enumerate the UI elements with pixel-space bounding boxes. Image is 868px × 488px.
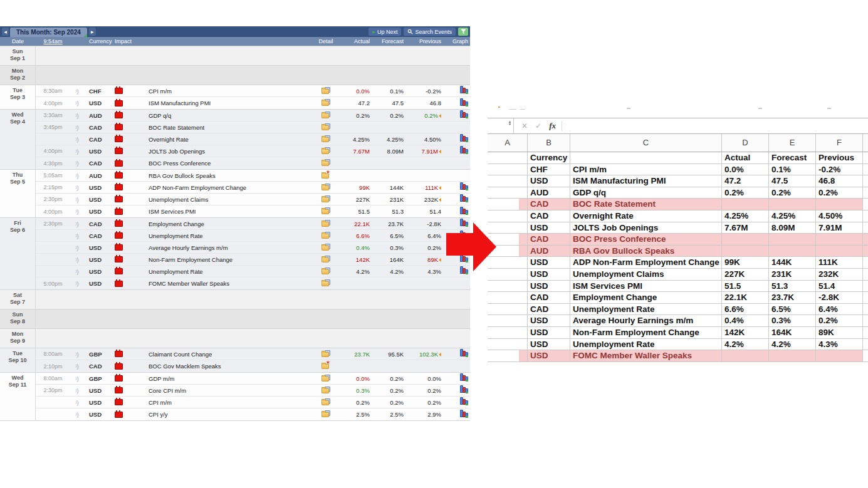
filter-button[interactable]	[458, 28, 468, 36]
graph-icon[interactable]	[459, 99, 468, 106]
alert-icon[interactable]: ))	[76, 412, 79, 418]
excel-cell-currency[interactable]: USD	[528, 350, 570, 361]
excel-cell-previous[interactable]: 232K	[816, 269, 863, 280]
excel-cell-previous[interactable]: 0.2%	[816, 315, 863, 326]
excel-cell-actual[interactable]: 0.4%	[722, 315, 769, 326]
excel-col-header-b[interactable]: B	[528, 134, 570, 152]
excel-cell-a[interactable]	[488, 187, 528, 199]
event-row[interactable]: ))CADOvernight Rate4.25%4.25%4.50%	[36, 133, 470, 145]
excel-cell-actual[interactable]: 227K	[722, 269, 769, 280]
excel-cell-actual[interactable]	[722, 350, 769, 361]
excel-cell-forecast[interactable]: 23.7K	[769, 292, 816, 303]
excel-cell-g[interactable]	[863, 304, 868, 315]
graph-icon[interactable]	[459, 398, 468, 405]
excel-cell-currency[interactable]: USD	[528, 269, 570, 280]
cancel-icon[interactable]: ✕	[521, 122, 528, 130]
excel-col-header-c[interactable]: C	[570, 134, 722, 152]
impact-icon[interactable]	[115, 172, 123, 179]
event-row[interactable]: 2:30pm))USDUnemployment Claims227K231K23…	[36, 194, 470, 205]
excel-cell-a[interactable]	[488, 164, 528, 175]
excel-cell-currency[interactable]: USD	[528, 281, 570, 292]
excel-cell-event[interactable]: BOC Press Conference	[570, 234, 722, 245]
excel-cell-currency[interactable]: USD	[528, 222, 570, 234]
excel-cell-a[interactable]	[488, 292, 528, 303]
impact-icon[interactable]	[115, 351, 123, 357]
excel-cell-actual[interactable]	[722, 234, 769, 245]
event-row[interactable]: ))USDUnemployment Rate4.2%4.2%4.3%	[36, 266, 470, 278]
excel-cell-previous[interactable]: -2.8K	[816, 292, 863, 303]
excel-cell-forecast[interactable]	[769, 199, 816, 210]
impact-icon[interactable]	[115, 375, 123, 382]
excel-cell-currency[interactable]: Currency	[528, 152, 570, 164]
impact-icon[interactable]	[115, 268, 123, 274]
graph-icon[interactable]	[459, 195, 468, 202]
excel-cell-currency[interactable]: CAD	[528, 199, 570, 210]
graph-icon[interactable]	[459, 147, 468, 154]
alert-icon[interactable]: ))	[76, 88, 79, 95]
excel-cell-event[interactable]: Overnight Rate	[570, 210, 722, 222]
excel-cell-currency[interactable]: CAD	[528, 304, 570, 315]
event-row[interactable]: ))USDNon-Farm Employment Change142K164K8…	[36, 254, 470, 266]
excel-cell-a[interactable]	[488, 350, 528, 361]
graph-icon[interactable]	[459, 374, 468, 382]
event-row[interactable]: 2:15pm))USDADP Non-Farm Employment Chang…	[36, 182, 470, 194]
excel-cell-event[interactable]: ISM Services PMI	[570, 281, 722, 292]
excel-cell-actual[interactable]	[722, 246, 769, 257]
excel-cell-actual[interactable]: 51.5	[722, 281, 769, 292]
impact-icon[interactable]	[115, 100, 123, 106]
excel-col-header-e[interactable]: E	[769, 134, 816, 152]
impact-icon[interactable]	[115, 184, 123, 190]
excel-cell-a[interactable]	[488, 327, 528, 338]
excel-cell-forecast[interactable]	[769, 234, 816, 245]
detail-folder-icon[interactable]	[322, 398, 330, 405]
alert-icon[interactable]: ))	[76, 160, 79, 167]
excel-cell-g[interactable]	[863, 152, 868, 164]
excel-cell-currency[interactable]: CAD	[528, 234, 570, 245]
detail-folder-icon[interactable]	[322, 99, 330, 106]
excel-cell-event[interactable]: CPI m/m	[570, 164, 722, 175]
event-row[interactable]: 4:00pm))USDISM Services PMI51.551.351.4	[36, 205, 470, 217]
excel-cell-event[interactable]: Average Hourly Earnings m/m	[570, 315, 722, 326]
graph-icon[interactable]	[459, 386, 468, 393]
excel-cell-currency[interactable]: CHF	[528, 164, 570, 175]
impact-icon[interactable]	[115, 363, 123, 370]
detail-folder-icon[interactable]	[322, 410, 330, 417]
excel-cell-forecast[interactable]: 8.09M	[769, 222, 816, 234]
graph-icon[interactable]	[459, 350, 468, 357]
detail-folder-icon[interactable]	[322, 147, 330, 154]
excel-cell-previous[interactable]: 4.3%	[816, 339, 863, 350]
excel-cell-event[interactable]: GDP q/q	[570, 187, 722, 199]
excel-cell-event[interactable]: RBA Gov Bullock Speaks	[570, 246, 722, 257]
excel-cell-forecast[interactable]: 0.2%	[769, 187, 816, 199]
excel-cell-actual[interactable]: 4.2%	[722, 339, 769, 350]
excel-col-header-d[interactable]: D	[722, 134, 769, 152]
detail-folder-icon[interactable]	[322, 232, 330, 239]
excel-cell-event[interactable]: Unemployment Claims	[570, 269, 722, 280]
detail-folder-icon[interactable]	[322, 267, 330, 274]
excel-cell-previous[interactable]	[816, 234, 863, 245]
alert-icon[interactable]: ))	[76, 376, 79, 382]
alert-icon[interactable]: ))	[76, 221, 79, 227]
excel-cell-previous[interactable]: 111K	[816, 257, 863, 268]
excel-cell-forecast[interactable]: 6.5%	[769, 304, 816, 315]
excel-cell-previous[interactable]: 6.4%	[816, 304, 863, 315]
event-row[interactable]: 4:00pm))USDJOLTS Job Openings7.67M8.09M7…	[36, 145, 470, 157]
detail-folder-icon[interactable]	[322, 375, 330, 382]
event-row[interactable]: ))CADUnemployment Rate6.6%6.5%6.4%	[36, 230, 470, 242]
excel-cell-actual[interactable]: 0.0%	[722, 164, 769, 175]
excel-cell-previous[interactable]: -0.2%	[816, 164, 863, 175]
excel-cell-g[interactable]	[863, 210, 868, 222]
detail-folder-icon[interactable]	[322, 207, 330, 214]
alert-icon[interactable]: ))	[76, 173, 79, 179]
excel-col-header-a[interactable]: A	[488, 134, 528, 152]
graph-icon[interactable]	[459, 86, 468, 94]
detail-folder-icon[interactable]	[322, 112, 330, 118]
excel-cell-currency[interactable]: USD	[528, 339, 570, 350]
alert-icon[interactable]: ))	[76, 269, 79, 275]
graph-icon[interactable]	[459, 111, 468, 118]
excel-cell-forecast[interactable]: 4.25%	[769, 210, 816, 222]
search-events-button[interactable]: Search Events	[404, 28, 456, 36]
excel-cell-currency[interactable]: USD	[528, 257, 570, 268]
detail-folder-icon[interactable]	[322, 135, 330, 142]
alert-icon[interactable]: ))	[76, 281, 79, 287]
